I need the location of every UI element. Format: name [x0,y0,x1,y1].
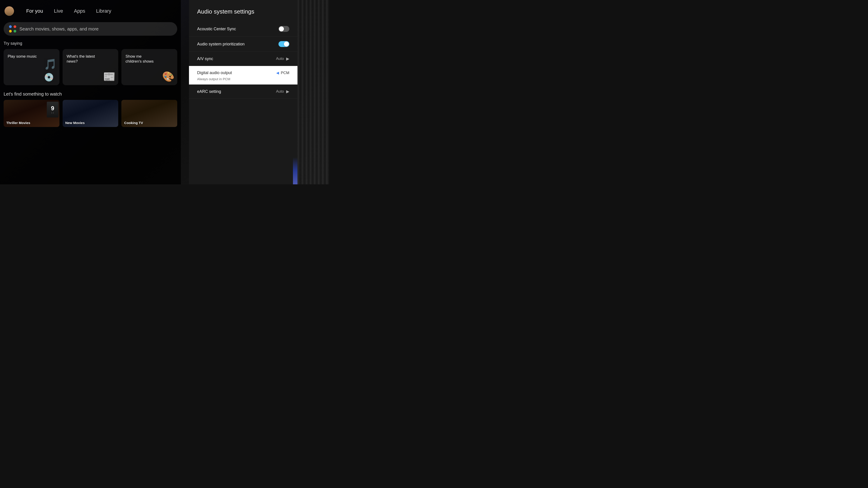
cooking-bg: Cooking TV [121,100,177,127]
digital-left-arrow: ◀ [276,71,279,75]
toggle-knob [279,26,284,31]
digital-audio-right: ◀ PCM [276,71,289,75]
earc-right: Auto ▶ [276,89,289,94]
content-section: Let's find something to watch Thriller M… [0,92,181,127]
settings-title: Audio system settings [189,0,298,22]
music-icon: 🎵💿 [44,58,57,83]
news-icon: 📰 [103,71,116,83]
suggestion-card-play-music[interactable]: Play some music 🎵💿 [4,49,59,85]
digital-audio-value: PCM [281,71,289,75]
discover-label: Let's find something to watch [4,92,177,97]
nav-item-library[interactable]: Library [91,6,117,16]
nav-item-for-you[interactable]: For you [21,6,49,16]
google-assistant-icon [9,25,16,33]
av-sync-item[interactable]: A/V sync Auto ▶ [189,52,298,66]
av-sync-value: Auto [276,57,284,61]
play-music-text: Play some music [8,54,39,59]
nav-item-live[interactable]: Live [49,6,68,16]
earc-label: eARC setting [197,89,221,94]
new-movies-bg: New Movies [63,100,119,127]
suggestion-card-latest-news[interactable]: What's the latest news? 📰 [63,49,119,85]
dot-red [13,25,16,28]
digital-audio-output-item[interactable]: Digital audio output ◀ PCM Always output… [189,66,298,85]
digital-audio-label: Digital audio output [197,70,232,75]
tv-glow [293,157,298,184]
childrens-icon: 🎨 [162,71,175,83]
audio-prioritization-item[interactable]: Audio system prioritization [189,37,298,52]
av-sync-right: Auto ▶ [276,56,289,61]
navigation-bar: For you Live Apps Library [0,0,181,20]
digital-audio-subtitle: Always output in PCM [197,77,289,81]
cooking-label: Cooking TV [124,121,143,125]
audio-prioritization-label: Audio system prioritization [197,42,245,46]
dot-blue [9,25,12,28]
latest-news-text: What's the latest news? [67,54,98,64]
content-card-thriller[interactable]: Thriller Movies 9 1 1 [4,100,59,127]
childrens-shows-text: Show me children's shows [125,54,156,64]
content-cards: Thriller Movies 9 1 1 New Movies Cooking… [4,100,177,127]
tv-content-panel: For you Live Apps Library Search movies,… [0,0,181,184]
search-bar[interactable]: Search movies, shows, apps, and more [4,22,177,36]
digital-audio-row: Digital audio output ◀ PCM [197,70,289,75]
content-card-new-movies[interactable]: New Movies [63,100,119,127]
new-movies-label: New Movies [65,121,85,125]
acoustic-center-sync-item[interactable]: Acoustic Center Sync [189,22,298,37]
acoustic-center-sync-toggle[interactable] [278,26,289,32]
toggle-knob-2 [284,41,289,46]
decorative-slats [298,0,329,184]
avatar[interactable] [4,6,14,16]
avatar-face [4,6,14,16]
acoustic-center-sync-label: Acoustic Center Sync [197,27,236,31]
content-card-cooking[interactable]: Cooking TV [121,100,177,127]
earc-setting-item[interactable]: eARC setting Auto ▶ [189,85,298,99]
search-placeholder: Search movies, shows, apps, and more [20,26,98,32]
suggestion-card-childrens-shows[interactable]: Show me children's shows 🎨 [121,49,177,85]
av-sync-chevron: ▶ [286,56,289,61]
suggestion-cards: Play some music 🎵💿 What's the latest new… [4,49,177,85]
dot-yellow [9,30,12,33]
av-sync-label: A/V sync [197,57,213,61]
earc-chevron: ▶ [286,89,289,94]
audio-settings-panel: Audio system settings Acoustic Center Sy… [189,0,298,184]
thriller-label: Thriller Movies [6,121,30,125]
earc-value: Auto [276,89,284,94]
thriller-overlay: 9 1 1 [47,102,59,118]
nav-item-apps[interactable]: Apps [68,6,91,16]
try-saying-label: Try saying [4,41,177,46]
audio-prioritization-toggle[interactable] [278,41,289,47]
dot-green [13,30,16,33]
